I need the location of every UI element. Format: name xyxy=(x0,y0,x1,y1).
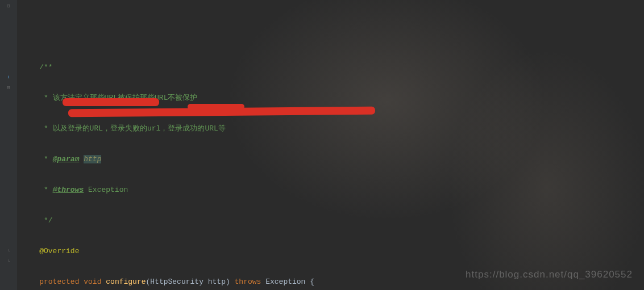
fold-end-icon[interactable]: └ xyxy=(0,246,17,257)
watermark-text: https://blog.csdn.net/qq_39620552 xyxy=(466,270,633,280)
brace: { xyxy=(305,278,314,286)
override-icon[interactable]: ⬇ xyxy=(0,73,17,83)
fold-end-icon[interactable]: └ xyxy=(0,257,17,267)
kw-throws: throws xyxy=(230,278,265,286)
code-area[interactable]: /** * 该方法定义那些URL被保护那些URL不被保护 * 以及登录的URL，… xyxy=(17,0,644,290)
fold-icon[interactable]: ⊟ xyxy=(0,1,17,11)
kw-void: void xyxy=(84,278,101,286)
doc-param-name: http xyxy=(84,155,101,163)
doc-throws-name: Exception xyxy=(84,186,128,194)
doc-throws-tag: @throws xyxy=(53,186,84,194)
redaction-mark xyxy=(188,104,244,110)
doc-open: /** xyxy=(39,63,52,72)
doc-close: */ xyxy=(39,216,52,225)
annotation-override: @Override xyxy=(39,247,79,255)
doc-param-tag: @param xyxy=(53,155,80,163)
param-name: http xyxy=(203,278,226,286)
redaction-mark xyxy=(63,98,159,106)
doc-prefix: * xyxy=(39,155,52,163)
gutter: ⊟ ⬇ ⊟ └ └ xyxy=(0,0,17,290)
method-name: configure xyxy=(106,278,146,286)
exception-type: Exception xyxy=(265,278,305,286)
paren: ) xyxy=(226,278,230,286)
fold-icon[interactable]: ⊟ xyxy=(0,83,17,93)
doc-line: * 以及登录的URL，登录失败的url，登录成功的URL等 xyxy=(39,124,226,133)
doc-prefix: * xyxy=(39,186,52,194)
param-type: HttpSecurity xyxy=(150,278,203,286)
kw-protected: protected xyxy=(39,278,79,286)
code-editor[interactable]: ⊟ ⬇ ⊟ └ └ /** * 该方法定义那些URL被保护那些URL不被保护 xyxy=(0,0,644,290)
